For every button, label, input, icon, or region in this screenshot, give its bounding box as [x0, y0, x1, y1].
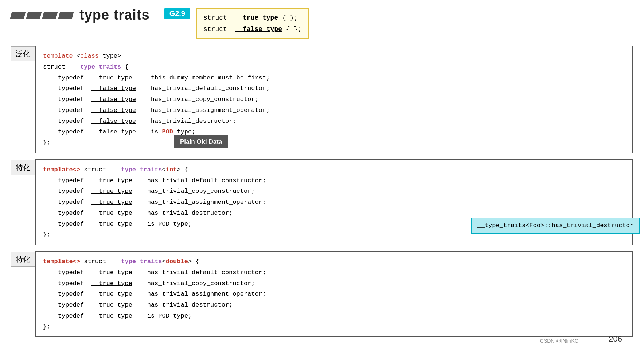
code-line: typedef __true_type has_trivial_destruct…	[43, 300, 625, 311]
code-line: typedef __true_type has_trivial_assignme…	[43, 197, 625, 208]
code-line: template<> struct __type_traits<double> …	[43, 256, 625, 267]
bar-icon-1	[10, 12, 26, 19]
bar-icon-2	[26, 12, 42, 19]
code-block-generalization: template <class type> struct __type_trai…	[35, 46, 633, 153]
code-line: typedef __true_type is_POD_type;	[43, 311, 625, 322]
code-line: typedef __true_type has_trivial_copy_con…	[43, 278, 625, 289]
header-left: type traits	[11, 7, 150, 23]
code-line: struct __type_traits {	[43, 62, 625, 73]
code-line: typedef __true_type has_trivial_destruct…	[43, 208, 625, 219]
section-specialization-double: 特化 template<> struct __type_traits<doubl…	[11, 251, 633, 337]
code-line: template<> struct __type_traits<int> {	[43, 164, 625, 175]
code-line: typedef __false_type is_POD_type;	[43, 126, 625, 137]
code-line: typedef __true_type has_trivial_assignme…	[43, 289, 625, 300]
code-line: typedef __true_type this_dummy_member_mu…	[43, 73, 625, 83]
code-line: typedef __true_type has_trivial_default_…	[43, 267, 625, 278]
true-false-box: struct __true_type { }; struct __false_t…	[196, 8, 309, 39]
section-generalization: 泛化 template <class type> struct __type_t…	[11, 46, 633, 153]
section-label-specialization-int: 特化	[11, 160, 35, 175]
header-icons	[11, 12, 73, 19]
code-line: };	[43, 322, 625, 332]
header-area: type traits G2.9 struct __true_type { };…	[11, 7, 633, 39]
code-line: typedef __false_type has_trivial_copy_co…	[43, 94, 625, 105]
pod-label: Plain Old Data	[174, 135, 228, 148]
main-container: type traits G2.9 struct __true_type { };…	[0, 0, 644, 350]
section-label-generalization: 泛化	[11, 46, 35, 61]
section-label-specialization-double: 特化	[11, 252, 35, 267]
section-specialization-int: 特化 template<> struct __type_traits<int> …	[11, 159, 633, 245]
bar-icon-4	[58, 12, 74, 19]
code-line: template <class type>	[43, 51, 625, 62]
tooltip-has-trivial-destructor: __type_traits<Foo>::has_trivial_destruct…	[471, 218, 640, 234]
header-right: G2.9 struct __true_type { }; struct __fa…	[164, 8, 309, 39]
csdn-label: CSDN @INlinKC	[540, 338, 578, 344]
bar-icon-3	[42, 12, 58, 19]
page-number: 206	[609, 334, 622, 344]
code-line: };	[43, 137, 625, 148]
g29-badge: G2.9	[164, 8, 190, 19]
tooltip-text: __type_traits<Foo>::has_trivial_destruct…	[477, 222, 633, 229]
false-type-line: struct __false_type { };	[203, 24, 302, 35]
code-line: typedef __true_type has_trivial_copy_con…	[43, 186, 625, 197]
page-title: type traits	[79, 7, 150, 23]
code-line: typedef __false_type has_trivial_assignm…	[43, 105, 625, 116]
code-block-specialization-int: template<> struct __type_traits<int> { t…	[35, 159, 633, 245]
code-line: typedef __false_type has_trivial_destruc…	[43, 116, 625, 127]
code-line: typedef __false_type has_trivial_default…	[43, 83, 625, 94]
true-type-line: struct __true_type { };	[203, 12, 302, 24]
code-block-specialization-double: template<> struct __type_traits<double> …	[35, 251, 633, 337]
code-line: typedef __true_type has_trivial_default_…	[43, 175, 625, 186]
